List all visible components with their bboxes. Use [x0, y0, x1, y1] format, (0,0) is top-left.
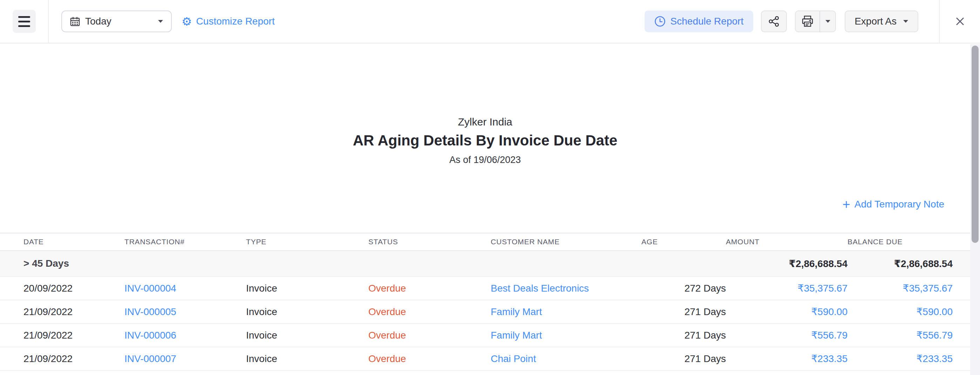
- schedule-report-label: Schedule Report: [670, 16, 744, 27]
- chevron-down-icon: [903, 20, 908, 23]
- cell-age: 272 Days: [641, 276, 726, 300]
- scrollbar-thumb[interactable]: [972, 46, 978, 243]
- cell-age: 271 Days: [641, 347, 726, 370]
- toolbar-menu-section: [0, 0, 49, 43]
- aging-group-balance-due: ₹2,86,688.54: [848, 251, 970, 276]
- printer-icon: [801, 15, 814, 28]
- customer-link[interactable]: Best Deals Electronics: [491, 283, 589, 294]
- cell-date: 21/09/2022: [0, 300, 124, 324]
- transaction-link[interactable]: INV-000006: [124, 330, 176, 341]
- share-button[interactable]: [761, 11, 787, 32]
- cell-type: Invoice: [246, 370, 368, 375]
- close-icon: [955, 16, 965, 27]
- amount-link[interactable]: ₹35,375.67: [798, 283, 848, 294]
- cell-age: 271 Days: [641, 324, 726, 347]
- amount-link[interactable]: ₹233.35: [811, 353, 848, 364]
- chevron-down-icon: [158, 20, 163, 23]
- customer-link[interactable]: Family Mart: [491, 306, 542, 317]
- aging-group-row: > 45 Days ₹2,86,688.54 ₹2,86,688.54: [0, 251, 970, 276]
- transaction-link[interactable]: INV-000007: [124, 353, 176, 364]
- gear-icon: ⚙: [181, 16, 192, 27]
- cell-date: 21/09/2022: [0, 370, 124, 375]
- column-header-date: DATE: [0, 233, 124, 251]
- balance-due-link[interactable]: ₹590.00: [916, 306, 953, 317]
- customer-link[interactable]: Chai Point: [491, 353, 536, 364]
- cell-age: 271 Days: [641, 300, 726, 324]
- aging-details-table: DATE TRANSACTION# TYPE STATUS CUSTOMER N…: [0, 233, 970, 375]
- chevron-down-icon: [825, 20, 831, 23]
- company-name: Zylker India: [0, 115, 970, 129]
- cell-date: 21/09/2022: [0, 347, 124, 370]
- aging-group-amount: ₹2,86,688.54: [726, 251, 848, 276]
- aging-group-label: > 45 Days: [0, 251, 726, 276]
- cell-type: Invoice: [246, 300, 368, 324]
- status-badge: Overdue: [368, 283, 406, 294]
- balance-due-link[interactable]: ₹35,375.67: [903, 283, 953, 294]
- status-badge: Overdue: [368, 353, 406, 364]
- table-header-row: DATE TRANSACTION# TYPE STATUS CUSTOMER N…: [0, 233, 970, 251]
- print-button[interactable]: [795, 11, 819, 32]
- customize-report-label: Customize Report: [196, 16, 275, 27]
- table-row: 21/09/2022 INV-000007 Invoice Overdue Ch…: [0, 347, 970, 370]
- report-as-of-date: As of 19/06/2023: [0, 154, 970, 166]
- close-report-button[interactable]: [952, 14, 968, 29]
- hamburger-menu-icon: [18, 16, 30, 18]
- report-header: Zylker India AR Aging Details By Invoice…: [0, 115, 970, 166]
- balance-due-link[interactable]: ₹233.35: [916, 353, 953, 364]
- cell-age: 271 Days: [641, 370, 726, 375]
- period-dropdown-value: Today: [85, 16, 158, 27]
- balance-due-link[interactable]: ₹556.79: [916, 330, 953, 341]
- print-options-dropdown[interactable]: [819, 11, 835, 32]
- transaction-link[interactable]: INV-000004: [124, 283, 176, 294]
- status-badge: Overdue: [368, 330, 406, 341]
- transaction-link[interactable]: INV-000005: [124, 306, 176, 317]
- schedule-report-button[interactable]: Schedule Report: [644, 11, 754, 32]
- column-header-transaction: TRANSACTION#: [124, 233, 246, 251]
- toolbar: Today ⚙ Customize Report Schedule Report: [0, 0, 980, 43]
- add-temporary-note-label: Add Temporary Note: [854, 199, 944, 210]
- column-header-type: TYPE: [246, 233, 368, 251]
- column-header-status: STATUS: [368, 233, 491, 251]
- report-period-dropdown[interactable]: Today: [61, 11, 172, 32]
- report-title: AR Aging Details By Invoice Due Date: [0, 130, 970, 151]
- toolbar-close-section: [939, 0, 980, 43]
- column-header-customer-name: CUSTOMER NAME: [491, 233, 641, 251]
- plus-icon: +: [843, 198, 850, 211]
- export-as-label: Export As: [854, 16, 897, 27]
- print-split-button: [795, 11, 836, 32]
- amount-link[interactable]: ₹590.00: [811, 306, 848, 317]
- cell-type: Invoice: [246, 324, 368, 347]
- customer-link[interactable]: Family Mart: [491, 330, 542, 341]
- hamburger-menu-button[interactable]: [13, 10, 36, 33]
- table-row: 21/09/2022 INV-000006 Invoice Overdue Fa…: [0, 324, 970, 347]
- table-row: 21/09/2022 INV-000008 Invoice Overdue Ch…: [0, 370, 970, 375]
- column-header-amount: AMOUNT: [726, 233, 848, 251]
- amount-link[interactable]: ₹556.79: [811, 330, 848, 341]
- customize-report-link[interactable]: ⚙ Customize Report: [181, 16, 275, 27]
- column-header-balance-due: BALANCE DUE: [848, 233, 970, 251]
- vertical-scrollbar[interactable]: [970, 44, 980, 375]
- table-row: 21/09/2022 INV-000005 Invoice Overdue Fa…: [0, 300, 970, 324]
- share-icon: [768, 16, 780, 27]
- cell-date: 20/09/2022: [0, 276, 124, 300]
- add-temporary-note-link[interactable]: + Add Temporary Note: [843, 198, 944, 211]
- cell-date: 21/09/2022: [0, 324, 124, 347]
- clock-icon: [654, 16, 666, 27]
- calendar-icon: [70, 16, 80, 27]
- cell-type: Invoice: [246, 276, 368, 300]
- cell-type: Invoice: [246, 347, 368, 370]
- status-badge: Overdue: [368, 306, 406, 317]
- table-row: 20/09/2022 INV-000004 Invoice Overdue Be…: [0, 276, 970, 300]
- export-as-button[interactable]: Export As: [845, 11, 918, 32]
- column-header-age: AGE: [641, 233, 726, 251]
